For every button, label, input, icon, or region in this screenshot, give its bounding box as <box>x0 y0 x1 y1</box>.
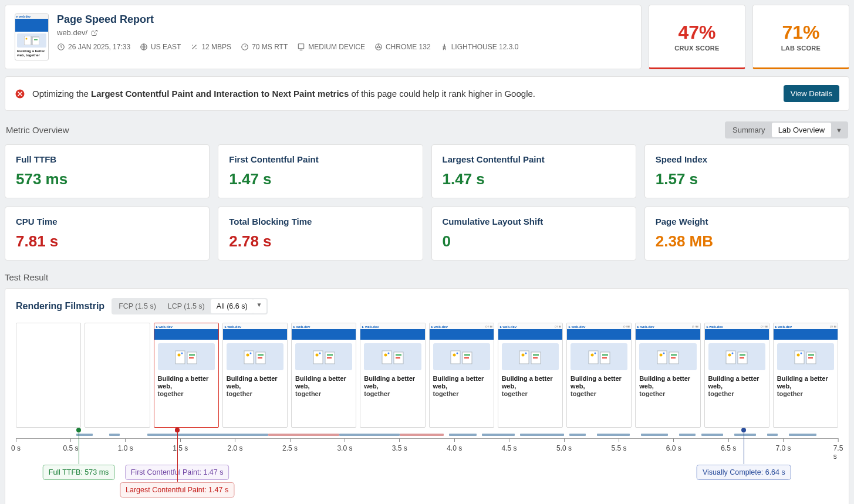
device-icon <box>297 43 305 51</box>
chip-dropdown-icon[interactable]: ▼ <box>252 299 266 313</box>
filmstrip-frame[interactable]: ▸ web.devBuilding a better web,together <box>360 323 425 428</box>
svg-rect-16 <box>175 351 185 364</box>
toggle-summary[interactable]: Summary <box>726 123 772 137</box>
metric-card[interactable]: Largest Contentful Paint1.47 s <box>431 144 636 198</box>
timeline-marker[interactable]: Full TTFB: 573 ms <box>43 465 115 480</box>
svg-point-48 <box>522 354 525 357</box>
crux-score-card[interactable]: 47% CRUX SCORE <box>649 5 745 69</box>
metric-card[interactable]: Total Blocking Time2.78 s <box>218 207 423 261</box>
metric-value: 2.38 MB <box>656 232 838 251</box>
svg-rect-58 <box>657 351 667 364</box>
svg-point-43 <box>457 353 458 354</box>
external-link-icon <box>91 29 98 36</box>
timeline-tick: 0 s <box>11 438 21 452</box>
activity-bar <box>16 432 838 437</box>
svg-point-36 <box>384 354 387 357</box>
page-thumbnail: ▸ web.dev Building a better web, togethe… <box>15 13 49 60</box>
chip-all[interactable]: All (6.6 s) <box>211 299 254 313</box>
view-details-button[interactable]: View Details <box>784 85 839 102</box>
filmstrip-chip-group: FCP (1.5 s) LCP (1.5 s) All (6.6 s) ▼ <box>112 298 267 314</box>
svg-rect-22 <box>244 351 254 364</box>
metric-value: 2.78 s <box>229 232 411 251</box>
meta-device: MEDIUM DEVICE <box>297 43 365 51</box>
timeline-tick: 4.0 s <box>447 438 462 452</box>
meta-browser: CHROME 132 <box>374 43 431 51</box>
metric-name: Page Weight <box>656 217 838 226</box>
filmstrip-frame[interactable]: ▸ web.devBuilding a better web,together <box>154 323 219 428</box>
metric-card[interactable]: Page Weight2.38 MB <box>644 207 849 261</box>
filmstrip-frame[interactable] <box>85 323 150 428</box>
svg-point-60 <box>659 354 662 357</box>
filmstrip-frame[interactable]: ▸ web.dev⌕ ⋮ ⊞Building a better web,toge… <box>566 323 632 428</box>
meta-bandwidth: 12 MBPS <box>190 43 231 51</box>
svg-rect-20 <box>189 354 195 356</box>
svg-rect-1 <box>32 37 39 45</box>
svg-point-73 <box>801 353 802 354</box>
toggle-lab-overview[interactable]: Lab Overview <box>772 123 831 137</box>
lighthouse-icon <box>440 43 448 51</box>
timeline-marker[interactable]: Largest Contentful Paint: 1.47 s <box>120 482 234 498</box>
svg-line-13 <box>376 48 378 49</box>
svg-rect-32 <box>327 354 333 356</box>
filmstrip-frame[interactable] <box>16 323 81 428</box>
overview-toggle-group: Summary Lab Overview ▼ <box>725 121 848 138</box>
timeline-tick: 5.0 s <box>556 438 572 452</box>
svg-point-30 <box>315 354 318 357</box>
metric-name: First Contentful Paint <box>229 154 411 164</box>
meta-row: 26 JAN 2025, 17:33 US EAST 12 MBPS 70 MS… <box>57 43 632 51</box>
svg-point-61 <box>663 353 664 354</box>
svg-rect-26 <box>258 354 264 356</box>
meta-rtt: 70 MS RTT <box>241 43 288 51</box>
svg-line-14 <box>379 48 382 49</box>
metric-value: 0 <box>443 232 625 251</box>
lab-score-card[interactable]: 71% LAB SCORE <box>752 5 849 69</box>
page-url[interactable]: web.dev/ <box>57 28 632 37</box>
filmstrip-frame[interactable]: ▸ web.devBuilding a better web,together <box>222 323 288 428</box>
svg-rect-64 <box>726 351 735 364</box>
svg-rect-57 <box>602 357 607 358</box>
metric-card[interactable]: CPU Time7.81 s <box>5 207 210 261</box>
svg-rect-28 <box>313 351 323 364</box>
svg-point-54 <box>590 354 593 357</box>
timeline-tick: 4.5 s <box>502 438 517 452</box>
timeline-marker[interactable]: Visually Complete: 6.64 s <box>697 465 791 480</box>
svg-rect-3 <box>34 39 38 40</box>
toggle-dropdown-icon[interactable]: ▼ <box>831 124 847 136</box>
timeline-tick: 1.5 s <box>173 438 188 452</box>
metric-card[interactable]: Speed Index1.57 s <box>644 144 849 198</box>
filmstrip-frame[interactable]: ▸ web.devBuilding a better web,together <box>291 323 356 428</box>
svg-rect-62 <box>671 354 677 356</box>
svg-point-49 <box>525 353 527 354</box>
filmstrip-frame[interactable]: ▸ web.dev⌕ ⋮ ⊞Building a better web,toge… <box>429 323 494 428</box>
timeline-tick: 2.0 s <box>228 438 243 452</box>
svg-point-55 <box>594 353 596 354</box>
svg-rect-74 <box>808 354 814 356</box>
svg-rect-21 <box>189 357 194 358</box>
filmstrip-frame[interactable]: ▸ web.dev⌕ ⋮ ⊞Building a better web,toge… <box>498 323 563 428</box>
header-card: ▸ web.dev Building a better web, togethe… <box>5 5 642 69</box>
lab-score-label: LAB SCORE <box>781 45 821 52</box>
filmstrip-frame[interactable]: ▸ web.dev⌕ ⋮ ⊞Building a better web,toge… <box>704 323 769 428</box>
crux-score-value: 47% <box>678 22 715 43</box>
timeline: 0 s0.5 s1.0 s1.5 s2.0 s2.5 s3.0 s3.5 s4.… <box>16 438 838 494</box>
chip-lcp[interactable]: LCP (1.5 s) <box>162 299 211 313</box>
svg-point-18 <box>178 354 181 357</box>
chip-fcp[interactable]: FCP (1.5 s) <box>113 299 162 313</box>
metric-card[interactable]: Full TTFB573 ms <box>5 144 210 198</box>
metric-card[interactable]: First Contentful Paint1.47 s <box>218 144 423 198</box>
metric-name: Largest Contentful Paint <box>443 154 625 164</box>
filmstrip-frame[interactable]: ▸ web.dev⌕ ⋮ ⊞Building a better web,toge… <box>635 323 700 428</box>
timeline-tick: 3.0 s <box>337 438 352 452</box>
metric-value: 1.47 s <box>229 170 411 188</box>
timeline-tick: 5.5 s <box>611 438 626 452</box>
svg-rect-45 <box>464 357 469 358</box>
timeline-tick: 6.0 s <box>666 438 681 452</box>
svg-rect-27 <box>258 357 262 358</box>
svg-point-72 <box>797 354 800 357</box>
svg-point-19 <box>181 353 183 354</box>
svg-rect-52 <box>589 351 598 364</box>
timeline-tick: 3.5 s <box>392 438 407 452</box>
metric-overview-title: Metric Overview <box>6 125 69 135</box>
filmstrip-frame[interactable]: ▸ web.dev⌕ ⋮ ⊞Building a better web,toge… <box>773 323 838 428</box>
metric-card[interactable]: Cumulative Layout Shift0 <box>431 207 636 261</box>
